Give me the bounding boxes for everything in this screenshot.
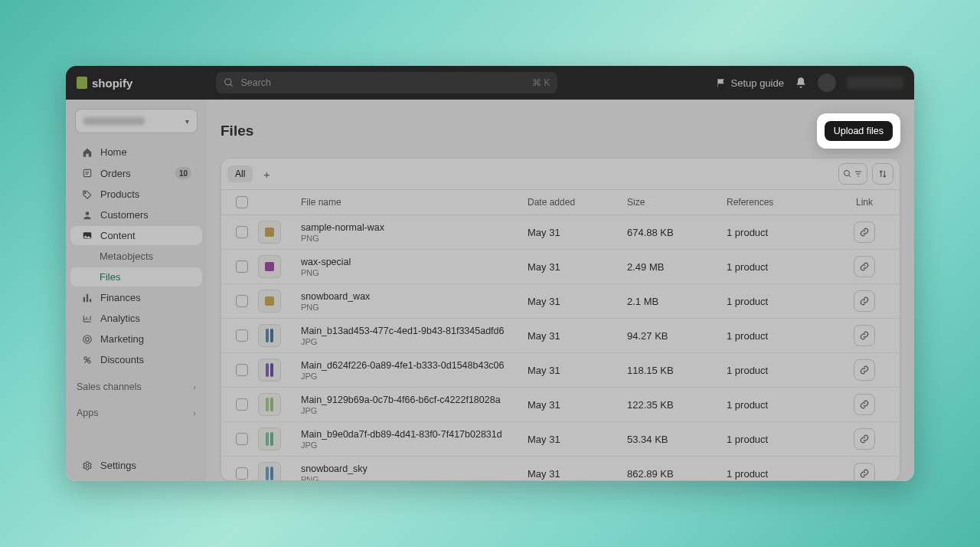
table-row[interactable]: wax-specialPNG May 31 2.49 MB 1 product xyxy=(221,250,900,284)
sidebar-item-analytics[interactable]: Analytics xyxy=(70,309,202,328)
sidebar-section-apps[interactable]: Apps› xyxy=(66,401,207,421)
row-checkbox[interactable] xyxy=(236,398,248,411)
size-cell: 2.1 MB xyxy=(627,296,727,307)
table-row[interactable]: Main_b9e0da7f-db89-4d41-83f0-7f417b02831… xyxy=(221,422,900,457)
link-icon xyxy=(859,434,870,444)
file-name-cell: sample-normal-waxPNG xyxy=(301,222,528,243)
add-tab-button[interactable]: + xyxy=(257,165,276,183)
sidebar-item-marketing[interactable]: Marketing xyxy=(70,329,202,349)
sidebar-item-customers[interactable]: Customers xyxy=(70,205,202,224)
svg-point-4 xyxy=(85,211,89,215)
sidebar: ▾ Home Orders10 Products Customers Conte… xyxy=(66,100,207,481)
copy-link-button[interactable] xyxy=(854,290,875,312)
size-cell: 94.27 KB xyxy=(627,330,727,342)
svg-point-3 xyxy=(84,192,86,193)
references-cell: 1 product xyxy=(727,434,834,445)
file-thumbnail xyxy=(258,255,281,278)
store-selector[interactable]: ▾ xyxy=(75,109,198,133)
home-icon xyxy=(81,146,93,158)
table-row[interactable]: sample-normal-waxPNG May 31 674.88 KB 1 … xyxy=(221,215,900,250)
svg-line-10 xyxy=(84,357,90,362)
tab-all[interactable]: All xyxy=(227,165,253,182)
file-thumbnail xyxy=(258,427,281,450)
sidebar-item-home[interactable]: Home xyxy=(70,142,202,162)
copy-link-button[interactable] xyxy=(854,256,875,277)
analytics-icon xyxy=(81,313,93,324)
sidebar-item-products[interactable]: Products xyxy=(70,185,202,204)
col-size: Size xyxy=(627,197,727,208)
size-cell: 862.89 KB xyxy=(627,468,727,480)
select-all-checkbox[interactable] xyxy=(236,196,248,208)
row-checkbox[interactable] xyxy=(236,226,248,238)
sidebar-item-content[interactable]: Content xyxy=(70,226,202,245)
file-thumbnail xyxy=(258,324,281,347)
date-cell: May 31 xyxy=(528,227,627,238)
search-input[interactable]: Search ⌘ K xyxy=(216,72,557,93)
svg-point-8 xyxy=(83,356,87,359)
link-icon xyxy=(859,261,870,272)
files-card: All + File name xyxy=(220,158,900,481)
link-icon xyxy=(859,227,870,237)
file-name-cell: snowboard_waxPNG xyxy=(301,291,528,312)
search-shortcut: ⌘ K xyxy=(532,77,550,88)
table-row[interactable]: Main_d624f226-0a89-4fe1-b333-0d1548b43c0… xyxy=(221,353,900,388)
upload-files-button[interactable]: Upload files xyxy=(825,121,893,141)
size-cell: 118.15 KB xyxy=(627,365,727,376)
sidebar-item-discounts[interactable]: Discounts xyxy=(70,350,202,369)
chevron-right-icon: › xyxy=(193,382,196,391)
date-cell: May 31 xyxy=(528,399,627,411)
row-checkbox[interactable] xyxy=(236,467,248,480)
row-checkbox[interactable] xyxy=(236,433,248,445)
sidebar-item-orders[interactable]: Orders10 xyxy=(70,163,202,183)
copy-link-button[interactable] xyxy=(854,428,875,450)
row-checkbox[interactable] xyxy=(236,364,248,376)
table-row[interactable]: Main_b13ad453-477c-4ed1-9b43-81f3345adfd… xyxy=(221,319,900,353)
copy-link-button[interactable] xyxy=(854,394,875,415)
setup-guide-link[interactable]: Setup guide xyxy=(716,77,784,89)
chevron-down-icon: ▾ xyxy=(185,117,189,126)
references-cell: 1 product xyxy=(727,468,834,480)
sidebar-item-files[interactable]: Files xyxy=(70,267,202,287)
table-row[interactable]: snowboard_waxPNG May 31 2.1 MB 1 product xyxy=(221,284,900,319)
search-filter-button[interactable] xyxy=(838,163,867,185)
sidebar-item-metaobjects[interactable]: Metaobjects xyxy=(70,247,202,266)
table-row[interactable]: snowboard_skyPNG May 31 862.89 KB 1 prod… xyxy=(221,457,900,481)
col-date-added: Date added xyxy=(528,197,627,208)
references-cell: 1 product xyxy=(727,227,834,238)
customers-icon xyxy=(81,209,93,221)
sidebar-item-settings[interactable]: Settings xyxy=(70,456,202,475)
copy-link-button[interactable] xyxy=(854,463,875,481)
brand-name: shopify xyxy=(92,77,132,90)
row-checkbox[interactable] xyxy=(236,329,248,342)
row-checkbox[interactable] xyxy=(236,260,248,273)
sidebar-item-finances[interactable]: Finances xyxy=(70,288,202,307)
copy-link-button[interactable] xyxy=(854,359,875,381)
flag-icon xyxy=(716,77,727,88)
avatar[interactable] xyxy=(818,74,836,92)
file-name-cell: Main_d624f226-0a89-4fe1-b333-0d1548b43c0… xyxy=(301,360,528,381)
file-name-cell: Main_b13ad453-477c-4ed1-9b43-81f3345adfd… xyxy=(301,326,528,346)
size-cell: 2.49 MB xyxy=(627,261,727,273)
copy-link-button[interactable] xyxy=(854,221,875,243)
upload-highlight: Upload files xyxy=(817,113,900,149)
svg-line-1 xyxy=(230,84,233,87)
filter-icon xyxy=(854,169,863,179)
copy-link-button[interactable] xyxy=(854,325,875,346)
products-icon xyxy=(81,188,93,200)
notifications-button[interactable] xyxy=(795,77,807,89)
finances-icon xyxy=(81,292,93,303)
col-link: Link xyxy=(834,197,895,208)
svg-point-6 xyxy=(83,335,91,343)
file-thumbnail xyxy=(258,462,281,481)
sidebar-section-sales-channels[interactable]: Sales channels› xyxy=(66,375,207,395)
svg-point-0 xyxy=(225,79,231,85)
page-title: Files xyxy=(220,123,253,139)
date-cell: May 31 xyxy=(528,468,627,480)
sort-button[interactable] xyxy=(872,163,893,185)
file-name-cell: Main_9129b69a-0c7b-4f66-b6cf-c4222f18028… xyxy=(301,395,528,415)
link-icon xyxy=(859,296,870,306)
row-checkbox[interactable] xyxy=(236,295,248,307)
file-name-cell: wax-specialPNG xyxy=(301,257,528,277)
sort-icon xyxy=(877,169,888,179)
table-row[interactable]: Main_9129b69a-0c7b-4f66-b6cf-c4222f18028… xyxy=(221,388,900,422)
